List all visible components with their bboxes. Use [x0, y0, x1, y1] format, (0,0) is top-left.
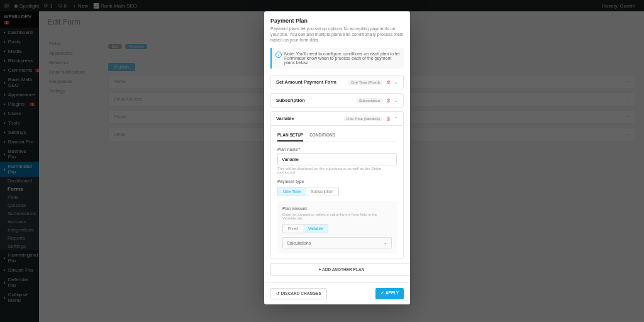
plan-type-tag: Subscription: [357, 98, 382, 103]
plan-header[interactable]: SubscriptionSubscription🗑⌄: [271, 94, 403, 107]
modal-overlay[interactable]: Payment Plan Payment plans let you set u…: [0, 0, 644, 322]
plan-body: PLAN SETUPCONDITIONSPlan name *This will…: [271, 125, 403, 258]
payment-type-subscription[interactable]: Subscription: [306, 187, 338, 196]
add-another-plan-button[interactable]: + ADD ANOTHER PLAN: [270, 263, 410, 276]
plan-amount-help: Enter an amount or select a value from a…: [282, 213, 392, 220]
amount-source-select[interactable]: Calculations⌄: [282, 237, 392, 248]
modal-footer: ↺ DISCARD CHANGES ✓ APPLY: [264, 282, 410, 304]
plan-name-input[interactable]: [277, 153, 397, 165]
plan-accordion: Set Amount Payment FormOne Time (Fixed)🗑…: [270, 75, 404, 89]
plan-name-label: Plan name *: [277, 147, 397, 152]
tab-plan-setup[interactable]: PLAN SETUP: [277, 131, 303, 142]
amount-mode-variable[interactable]: Variable: [303, 225, 328, 233]
modal-title: Payment Plan: [270, 18, 404, 24]
plan-type-tag: One Time (Variable): [344, 116, 382, 121]
info-note: i Note: You'll need to configure conditi…: [270, 48, 404, 69]
amount-mode-fixed[interactable]: Fixed: [283, 225, 303, 233]
plan-name-help: This will be displayed on the submission…: [277, 167, 397, 174]
plan-amount-label: Plan amount: [282, 206, 392, 211]
info-icon: i: [275, 52, 282, 58]
tab-conditions[interactable]: CONDITIONS: [309, 131, 335, 142]
trash-icon[interactable]: 🗑: [386, 116, 391, 121]
chevron-up-icon[interactable]: ⌃: [394, 116, 398, 121]
plan-header[interactable]: Set Amount Payment FormOne Time (Fixed)🗑…: [271, 75, 403, 89]
plan-accordion: VariableOne Time (Variable)🗑⌃PLAN SETUPC…: [270, 111, 404, 259]
plan-header[interactable]: VariableOne Time (Variable)🗑⌃: [271, 112, 403, 125]
trash-icon[interactable]: 🗑: [386, 80, 391, 84]
apply-button[interactable]: ✓ APPLY: [375, 288, 404, 299]
amount-mode-segment: FixedVariable: [282, 224, 328, 233]
chevron-down-icon[interactable]: ⌄: [394, 98, 398, 103]
plan-accordion: SubscriptionSubscription🗑⌄: [270, 93, 404, 108]
chevron-down-icon: ⌄: [384, 240, 387, 245]
payment-type-one-time[interactable]: One Time: [278, 187, 306, 196]
plan-type-tag: One Time (Fixed): [348, 80, 382, 85]
trash-icon[interactable]: 🗑: [386, 98, 391, 103]
discard-button[interactable]: ↺ DISCARD CHANGES: [270, 288, 327, 299]
payment-type-label: Payment type: [277, 179, 397, 184]
payment-plan-modal: Payment Plan Payment plans let you set u…: [264, 11, 410, 304]
modal-description: Payment plans let you set up options for…: [270, 26, 404, 43]
chevron-down-icon[interactable]: ⌄: [394, 80, 398, 85]
payment-type-segment: One TimeSubscription: [277, 187, 339, 196]
